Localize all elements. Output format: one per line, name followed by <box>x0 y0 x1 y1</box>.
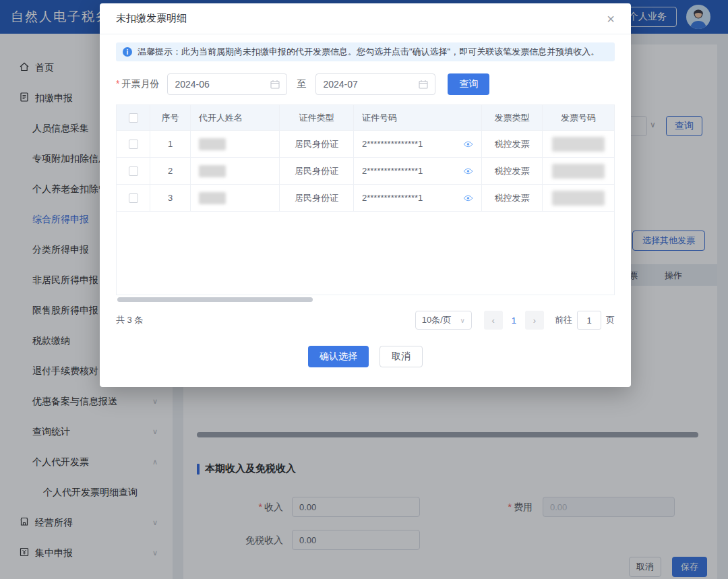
next-page-button[interactable]: › <box>525 311 544 330</box>
calendar-icon <box>270 80 280 89</box>
goto-label: 前往 <box>555 314 572 326</box>
row-id-type: 居民身份证 <box>280 185 354 211</box>
pagination: 10条/页 ∨ ‹ 1 › 前往 页 <box>415 311 615 330</box>
current-page: 1 <box>512 315 516 326</box>
eye-icon[interactable] <box>463 141 473 148</box>
row-checkbox[interactable] <box>129 193 138 203</box>
table-row: 3 居民身份证 2***************1 税控发票 <box>117 185 614 212</box>
row-index: 3 <box>150 185 191 211</box>
modal-search-button[interactable]: 查询 <box>448 73 489 95</box>
page-size-select[interactable]: 10条/页 ∨ <box>415 311 472 330</box>
confirm-select-button[interactable]: 确认选择 <box>308 346 369 367</box>
calendar-icon <box>419 80 428 89</box>
redacted-name <box>199 165 226 177</box>
app-root: 自然人电子税务局 个人业务 首页 扣缴申报 人员信息采集 专项附加扣除信息采集 <box>0 0 728 579</box>
redacted-name <box>199 138 226 150</box>
row-index: 2 <box>150 158 191 184</box>
row-checkbox[interactable] <box>129 140 138 149</box>
date-to-input[interactable] <box>323 79 397 90</box>
row-id-number: 2***************1 <box>362 166 423 176</box>
col-id-number: 证件号码 <box>354 105 482 130</box>
total-count: 共 3 条 <box>116 314 143 326</box>
table-row: 1 居民身份证 2***************1 税控发票 <box>117 131 614 158</box>
date-to-field[interactable] <box>315 73 435 95</box>
row-invoice-type: 税控发票 <box>482 185 543 211</box>
select-all-checkbox[interactable] <box>129 113 138 123</box>
modal-title: 未扣缴发票明细 <box>116 12 187 25</box>
modal-body: i 温馨提示：此为当前属期尚未扣缴申报的代开发票信息。您勾选并点击"确认选择"，… <box>100 34 631 387</box>
table-empty-area <box>117 212 614 295</box>
row-invoice-type: 税控发票 <box>482 158 543 184</box>
scrollbar-thumb[interactable] <box>117 297 313 302</box>
goto-page-input[interactable] <box>577 311 601 330</box>
unwithheld-invoice-modal: 未扣缴发票明细 × i 温馨提示：此为当前属期尚未扣缴申报的代开发票信息。您勾选… <box>100 3 631 387</box>
redacted-invoice-number <box>552 137 605 152</box>
col-invoice-type: 发票类型 <box>482 105 543 130</box>
col-invoice-number: 发票号码 <box>543 105 614 130</box>
row-id-type: 居民身份证 <box>280 158 354 184</box>
row-id-number: 2***************1 <box>362 193 423 203</box>
close-icon[interactable]: × <box>607 12 615 26</box>
select-all-cell <box>117 105 150 130</box>
tip-text: 温馨提示：此为当前属期尚未扣缴申报的代开发票信息。您勾选并点击"确认选择"，即可… <box>138 46 599 58</box>
table-row: 2 居民身份证 2***************1 税控发票 <box>117 158 614 185</box>
table-footer: 共 3 条 10条/页 ∨ ‹ 1 › 前往 页 <box>116 311 615 330</box>
modal-header: 未扣缴发票明细 × <box>100 3 631 34</box>
invoice-month-label: *开票月份 <box>116 78 159 90</box>
date-from-input[interactable] <box>175 79 249 90</box>
invoice-month-filter-row: *开票月份 至 查询 <box>116 73 615 95</box>
col-name: 代开人姓名 <box>191 105 280 130</box>
col-index: 序号 <box>150 105 191 130</box>
to-word: 至 <box>297 78 306 90</box>
date-from-field[interactable] <box>167 73 287 95</box>
eye-icon[interactable] <box>463 168 473 175</box>
row-id-type: 居民身份证 <box>280 131 354 157</box>
modal-actions: 确认选择 取消 <box>116 346 615 367</box>
tip-banner: i 温馨提示：此为当前属期尚未扣缴申报的代开发票信息。您勾选并点击"确认选择"，… <box>116 42 615 61</box>
row-checkbox[interactable] <box>129 166 138 176</box>
redacted-invoice-number <box>552 191 605 206</box>
invoice-table: 序号 代开人姓名 证件类型 证件号码 发票类型 发票号码 1 居民身份证 2**… <box>116 104 615 295</box>
row-index: 1 <box>150 131 191 157</box>
redacted-invoice-number <box>552 164 605 179</box>
page-unit: 页 <box>606 314 615 326</box>
redacted-name <box>199 192 226 204</box>
row-id-number: 2***************1 <box>362 139 423 149</box>
col-id-type: 证件类型 <box>280 105 354 130</box>
table-header-row: 序号 代开人姓名 证件类型 证件号码 发票类型 发票号码 <box>117 105 614 131</box>
modal-cancel-button[interactable]: 取消 <box>380 346 423 367</box>
table-horizontal-scrollbar <box>116 297 615 303</box>
page-size-value: 10条/页 <box>422 314 452 326</box>
info-icon: i <box>123 47 132 57</box>
chevron-down-icon: ∨ <box>460 317 464 324</box>
required-asterisk: * <box>116 78 119 89</box>
row-invoice-type: 税控发票 <box>482 131 543 157</box>
prev-page-button[interactable]: ‹ <box>484 311 503 330</box>
eye-icon[interactable] <box>463 195 473 202</box>
